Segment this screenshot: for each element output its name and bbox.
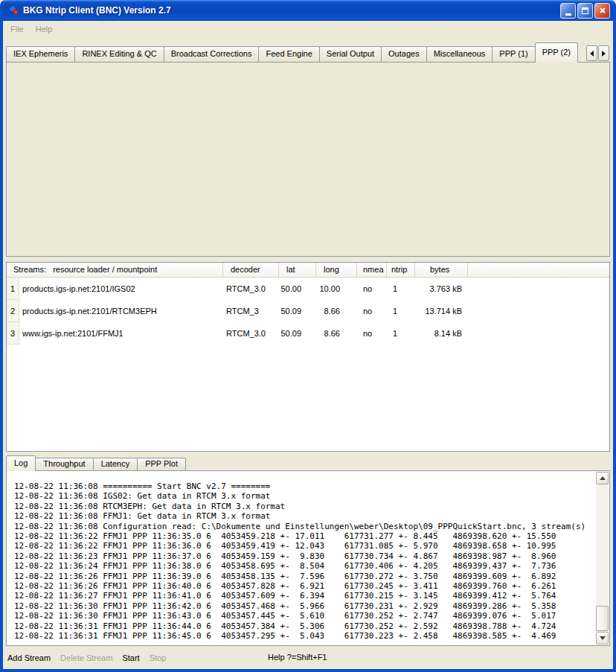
arrow-left-icon[interactable]	[586, 45, 597, 61]
streams-table: Streams: resource loader / mountpoint de…	[6, 262, 610, 452]
cell-decoder: RTCM_3	[223, 307, 279, 316]
log-line: 12-08-22 11:36:26 FFMJ1 PPP 11:36:40.0 6…	[14, 581, 593, 591]
cell-ntrip: 1	[387, 307, 415, 316]
log-line: 12-08-22 11:36:30 FFMJ1 PPP 11:36:42.0 6…	[14, 601, 593, 611]
stream-row[interactable]: 3 www.igs-ip.net:2101/FFMJ1 RTCM_3.0 50.…	[7, 322, 609, 345]
log-line: 12-08-22 11:36:24 FFMJ1 PPP 11:36:38.0 6…	[14, 561, 593, 571]
header-mountpoint: Streams: resource loader / mountpoint	[7, 263, 223, 277]
log-line: 12-08-22 11:36:31 FFMJ1 PPP 11:36:44.0 6…	[14, 621, 593, 631]
header-ntrip: ntrip	[387, 263, 415, 277]
log-pane: 12-08-22 11:36:08 ========== Start BNC v…	[6, 470, 610, 646]
cell-decoder: RTCM_3.0	[223, 284, 279, 293]
cell-bytes: 8.14 kB	[415, 329, 468, 338]
log-line: 12-08-22 11:36:23 FFMJ1 PPP 11:36:37.0 6…	[14, 551, 593, 561]
close-icon[interactable]	[594, 3, 610, 19]
cell-nmea: no	[357, 329, 387, 338]
row-number: 2	[7, 300, 19, 322]
tab-feed-engine[interactable]: Feed Engine	[258, 46, 319, 62]
log-line: 12-08-22 11:36:08 ========== Start BNC v…	[14, 481, 593, 491]
cell-long: 8.66	[316, 307, 357, 316]
header-filler	[468, 263, 609, 277]
main-tabbar: IEX Ephemeris RINEX Editing & QC Broadca…	[6, 42, 585, 63]
log-tabbar: Log Throughput Latency PPP Plot	[6, 455, 186, 471]
menu-file[interactable]: File	[10, 25, 24, 33]
scrollbar-thumb[interactable]	[596, 606, 609, 631]
action-bar: Add Stream Delete Stream Start Stop Help…	[3, 646, 613, 669]
header-nmea: nmea	[357, 263, 387, 277]
header-lat: lat	[279, 263, 316, 277]
header-long: long	[316, 263, 357, 277]
tab-ppp-1[interactable]: PPP (1)	[492, 46, 535, 62]
log-line: 12-08-22 11:36:30 FFMJ1 PPP 11:36:43.0 6…	[14, 611, 593, 621]
bnc-app-icon	[7, 4, 19, 16]
help-shortcut-label: Help ?=Shift+F1	[268, 646, 327, 669]
cell-lat: 50.00	[279, 284, 316, 293]
add-stream-button[interactable]: Add Stream	[7, 653, 51, 662]
tab-scroll-buttons	[586, 45, 609, 61]
log-line: 12-08-22 11:36:08 IGS02: Get data in RTC…	[14, 491, 593, 501]
log-line: 12-08-22 11:36:08 RTCM3EPH: Get data in …	[14, 502, 593, 511]
ppp2-panel	[6, 62, 610, 257]
stream-row[interactable]: 1 products.igs-ip.net:2101/IGS02 RTCM_3.…	[7, 278, 609, 300]
tab-serial-output[interactable]: Serial Output	[319, 46, 382, 62]
cell-mountpoint: products.igs-ip.net:2101/IGS02	[19, 284, 223, 293]
cell-nmea: no	[357, 284, 387, 293]
cell-ntrip: 1	[387, 284, 415, 293]
minimize-icon[interactable]	[560, 3, 576, 19]
log-line: 12-08-22 11:36:08 FFMJ1: Get data in RTC…	[14, 511, 593, 521]
stream-row[interactable]: 2 products.igs-ip.net:2101/RTCM3EPH RTCM…	[7, 300, 609, 322]
row-number: 1	[7, 278, 19, 300]
log-line: 12-08-22 11:36:22 FFMJ1 PPP 11:36:35.0 6…	[14, 531, 593, 541]
cell-decoder: RTCM_3.0	[223, 329, 279, 338]
maximize-icon[interactable]	[577, 3, 593, 19]
log-line: 12-08-22 11:36:08 Configuration read: C:…	[14, 522, 593, 531]
cell-ntrip: 1	[387, 329, 415, 338]
menu-help[interactable]: Help	[36, 25, 53, 33]
cell-lat: 50.09	[279, 329, 316, 338]
tab-log[interactable]: Log	[6, 455, 36, 471]
cell-bytes: 13.714 kB	[415, 307, 468, 316]
header-bytes: bytes	[415, 263, 468, 277]
tab-outages[interactable]: Outages	[381, 46, 427, 62]
arrow-down-icon[interactable]	[596, 632, 609, 644]
tab-broadcast-corrections[interactable]: Broadcast Corrections	[164, 46, 260, 62]
cell-long: 10.00	[316, 284, 357, 293]
arrow-up-icon[interactable]	[596, 472, 609, 484]
delete-stream-button: Delete Stream	[60, 653, 112, 662]
menubar: File Help	[3, 21, 613, 37]
tab-latency[interactable]: Latency	[93, 458, 138, 470]
stop-button: Stop	[150, 653, 167, 662]
row-number: 3	[7, 322, 19, 345]
window-title: BKG Ntrip Client (BNC) Version 2.7	[23, 5, 560, 16]
header-decoder: decoder	[223, 263, 279, 277]
cell-long: 8.66	[316, 329, 357, 338]
cell-nmea: no	[357, 307, 387, 316]
tab-rinex-editing-qc[interactable]: RINEX Editing & QC	[74, 46, 164, 62]
titlebar: BKG Ntrip Client (BNC) Version 2.7	[3, 0, 613, 21]
tab-ppp-2[interactable]: PPP (2)	[535, 42, 578, 63]
log-scrollbar[interactable]	[596, 472, 609, 644]
cell-mountpoint: products.igs-ip.net:2101/RTCM3EPH	[19, 307, 223, 316]
log-line: 12-08-22 11:36:27 FFMJ1 PPP 11:36:41.0 6…	[14, 591, 593, 601]
log-text: 12-08-22 11:36:08 ========== Start BNC v…	[14, 481, 593, 642]
tab-ppp-plot[interactable]: PPP Plot	[137, 458, 186, 470]
cell-mountpoint: www.igs-ip.net:2101/FFMJ1	[19, 329, 223, 338]
cell-lat: 50.09	[279, 307, 316, 316]
log-line: 12-08-22 11:36:26 FFMJ1 PPP 11:36:39.0 6…	[14, 572, 593, 581]
arrow-right-icon[interactable]	[598, 45, 609, 61]
start-button[interactable]: Start	[122, 653, 139, 662]
app-window: BKG Ntrip Client (BNC) Version 2.7 File …	[0, 0, 616, 672]
tab-iex-ephemeris[interactable]: IEX Ephemeris	[6, 46, 75, 62]
tab-miscellaneous[interactable]: Miscellaneous	[426, 46, 493, 62]
log-line: 12-08-22 11:36:22 FFMJ1 PPP 11:36:36.0 6…	[14, 541, 593, 551]
tab-throughput[interactable]: Throughput	[35, 458, 93, 470]
log-line: 12-08-22 11:36:31 FFMJ1 PPP 11:36:45.0 6…	[14, 631, 593, 641]
cell-bytes: 3.763 kB	[415, 284, 468, 293]
streams-table-header: Streams: resource loader / mountpoint de…	[7, 263, 609, 278]
